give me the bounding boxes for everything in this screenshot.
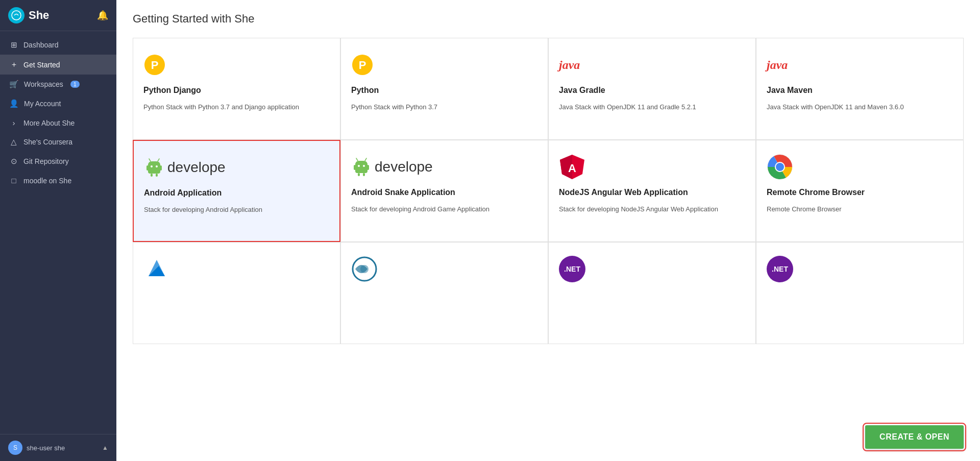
svg-point-15 xyxy=(358,165,360,167)
card-title-android-snake: Android Snake Application xyxy=(351,187,537,198)
book-icon: □ xyxy=(9,176,18,185)
card-title-java-maven: Java Maven xyxy=(767,85,953,96)
card-desc-android-snake: Stack for developing Android Game Applic… xyxy=(351,204,537,214)
card-grid-row1: P Python Django Python Stack with Python… xyxy=(133,38,964,140)
card-title-java-gradle: Java Gradle xyxy=(559,85,745,96)
username-label: she-user she xyxy=(27,444,65,452)
card-nodejs-angular[interactable]: A NodeJS Angular Web Application Stack f… xyxy=(548,140,756,242)
app-name: She xyxy=(29,9,49,22)
sidebar-item-label: She's Coursera xyxy=(23,138,72,146)
net-badge: .NET xyxy=(767,256,793,282)
card-icon-python-django: P xyxy=(143,51,330,79)
card-net-2[interactable]: .NET xyxy=(756,242,964,344)
card-grid-row2: develope Android Application Stack for d… xyxy=(133,140,964,242)
card-desc-nodejs-angular: Stack for developing NodeJS Angular Web … xyxy=(559,204,745,214)
sidebar-item-label: moodle on She xyxy=(23,177,71,185)
card-azure[interactable] xyxy=(133,242,340,344)
card-title-nodejs-angular: NodeJS Angular Web Application xyxy=(559,187,745,198)
sidebar-item-shes-coursera[interactable]: △ She's Coursera xyxy=(0,132,116,152)
card-title-python-django: Python Django xyxy=(143,85,330,96)
card-icon-azure xyxy=(143,255,330,283)
card-desc-java-gradle: Java Stack with OpenJDK 11 and Gradle 5.… xyxy=(559,102,745,112)
sidebar-item-workspaces[interactable]: 🛒 Workspaces 1 xyxy=(0,75,116,94)
card-net-1[interactable]: .NET xyxy=(548,242,756,344)
box-icon: 🛒 xyxy=(9,80,19,89)
notification-bell-icon[interactable]: 🔔 xyxy=(97,10,108,21)
android-develope-text: develope xyxy=(167,159,226,176)
svg-point-9 xyxy=(151,165,153,167)
card-java-maven[interactable]: java Java Maven Java Stack with OpenJDK … xyxy=(756,38,964,140)
sidebar-item-label: My Account xyxy=(24,100,61,108)
sidebar: She 🔔 ⊞ Dashboard ＋ Get Started 🛒 Worksp… xyxy=(0,0,116,461)
card-title-python: Python xyxy=(351,85,537,96)
card-remote-chrome[interactable]: Remote Chrome Browser Remote Chrome Brow… xyxy=(756,140,964,242)
card-title-android-application: Android Application xyxy=(144,188,329,199)
sidebar-item-label: Dashboard xyxy=(23,41,59,49)
plus-icon: ＋ xyxy=(9,60,18,69)
sidebar-item-more-about-she[interactable]: › More About She xyxy=(0,113,116,132)
java-text-icon: java xyxy=(559,58,580,72)
she-logo-icon xyxy=(8,7,24,23)
sidebar-user: S she-user she xyxy=(8,441,65,455)
chevron-right-icon: › xyxy=(9,118,18,127)
java-text-icon: java xyxy=(767,58,788,72)
sidebar-item-label: Get Started xyxy=(23,61,60,69)
svg-rect-7 xyxy=(151,174,153,177)
svg-point-10 xyxy=(156,165,158,167)
page-title: Getting Started with She xyxy=(133,12,964,26)
workspaces-badge: 1 xyxy=(70,81,80,88)
svg-rect-6 xyxy=(160,165,162,171)
card-python-django[interactable]: P Python Django Python Stack with Python… xyxy=(133,38,340,140)
card-icon-java-gradle: java xyxy=(559,51,745,79)
page-header: Getting Started with She xyxy=(116,0,980,34)
card-android-application[interactable]: develope Android Application Stack for d… xyxy=(133,140,340,242)
android-develope-text: develope xyxy=(375,159,433,175)
sidebar-item-git-repository[interactable]: ⊙ Git Repository xyxy=(0,152,116,171)
user-icon: 👤 xyxy=(9,99,19,108)
card-python[interactable]: P Python Python Stack with Python 3.7 xyxy=(340,38,548,140)
sidebar-logo: She xyxy=(8,7,49,23)
svg-rect-14 xyxy=(363,173,365,176)
svg-point-16 xyxy=(363,165,365,167)
create-open-button[interactable]: CREATE & OPEN xyxy=(865,425,964,449)
card-icon-python: P xyxy=(351,51,537,79)
main-content-area: Getting Started with She P Python Django… xyxy=(116,0,980,461)
svg-rect-13 xyxy=(358,173,360,176)
sidebar-item-label: Workspaces xyxy=(24,80,63,88)
card-icon-remote-chrome xyxy=(767,153,953,181)
svg-rect-8 xyxy=(156,174,158,177)
svg-rect-12 xyxy=(367,165,369,170)
sidebar-item-get-started[interactable]: ＋ Get Started xyxy=(0,55,116,75)
sidebar-footer[interactable]: S she-user she ▲ xyxy=(0,434,116,461)
sidebar-nav: ⊞ Dashboard ＋ Get Started 🛒 Workspaces 1… xyxy=(0,31,116,434)
net-badge: .NET xyxy=(559,256,585,282)
svg-rect-5 xyxy=(146,165,149,171)
chevron-up-icon: ▲ xyxy=(102,444,108,451)
card-icon-net-1: .NET xyxy=(559,255,745,283)
card-android-snake[interactable]: develope Android Snake Application Stack… xyxy=(340,140,548,242)
svg-point-22 xyxy=(776,163,784,171)
card-desc-java-maven: Java Stack with OpenJDK 11 and Maven 3.6… xyxy=(767,102,953,112)
svg-point-24 xyxy=(360,265,369,273)
svg-text:P: P xyxy=(151,59,159,71)
card-icon-android-snake: develope xyxy=(351,153,537,181)
user-avatar: S xyxy=(8,441,22,455)
sidebar-item-dashboard[interactable]: ⊞ Dashboard xyxy=(0,35,116,55)
card-icon-net-2: .NET xyxy=(767,255,953,283)
card-icon-wordpress xyxy=(351,255,537,283)
git-icon: ⊙ xyxy=(9,157,18,166)
card-icon-nodejs-angular: A xyxy=(559,153,745,181)
svg-point-0 xyxy=(12,11,21,20)
card-wordpress[interactable] xyxy=(340,242,548,344)
card-title-remote-chrome: Remote Chrome Browser xyxy=(767,187,953,198)
card-icon-android-application: develope xyxy=(144,153,329,182)
sidebar-item-label: More About She xyxy=(23,119,75,127)
card-desc-python: Python Stack with Python 3.7 xyxy=(351,102,537,112)
sidebar-item-moodle-on-she[interactable]: □ moodle on She xyxy=(0,171,116,190)
card-java-gradle[interactable]: java Java Gradle Java Stack with OpenJDK… xyxy=(548,38,756,140)
card-desc-remote-chrome: Remote Chrome Browser xyxy=(767,204,953,214)
card-desc-python-django: Python Stack with Python 3.7 and Django … xyxy=(143,102,330,112)
card-icon-java-maven: java xyxy=(767,51,953,79)
card-desc-android-application: Stack for developing Android Application xyxy=(144,205,329,215)
sidebar-item-my-account[interactable]: 👤 My Account xyxy=(0,94,116,113)
